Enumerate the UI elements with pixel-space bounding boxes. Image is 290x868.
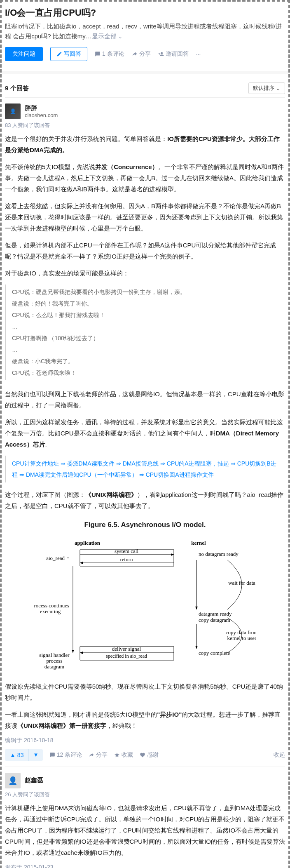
svg-text:datagram ready: datagram ready xyxy=(199,611,232,617)
thanks-link[interactable]: 感谢 xyxy=(140,751,159,759)
likes-count[interactable]: 26 人赞同了该回答 xyxy=(5,791,285,798)
svg-text:copy complete: copy complete xyxy=(199,650,230,656)
svg-text:specified in aio_read: specified in aio_read xyxy=(106,653,147,659)
svg-text:copy datagram: copy datagram xyxy=(199,617,230,623)
author-bio: ciaoshen.com xyxy=(25,112,58,118)
collapse-link[interactable]: 收起 xyxy=(274,751,285,759)
pencil-icon xyxy=(56,51,62,57)
author-name[interactable]: 赵鑫磊 xyxy=(25,776,43,784)
share-link[interactable]: 分享 xyxy=(132,50,151,58)
write-answer-button[interactable]: 写回答 xyxy=(50,47,87,61)
show-all-link[interactable]: 显示全部 xyxy=(92,33,117,40)
avatar[interactable]: 👤 xyxy=(5,773,21,788)
question-title: I/O会一直占用CPU吗? xyxy=(5,7,285,19)
downvote-button[interactable]: ▼ xyxy=(28,749,42,761)
svg-text:aio_read: aio_read xyxy=(46,555,65,561)
dialogue-block: CPU说：硬盘兄帮我把我要看的小电影拷贝一份到主存，谢谢，亲。硬盘说：好的！我考… xyxy=(5,285,285,380)
star-icon xyxy=(114,752,120,758)
invite-link[interactable]: 邀请回答 xyxy=(158,50,189,58)
answers-count: 9 个回答 xyxy=(5,85,29,92)
comment-icon xyxy=(95,51,101,57)
follow-button[interactable]: 关注问题 xyxy=(5,47,43,61)
svg-text:process continuesexecuting: process continuesexecuting xyxy=(34,602,69,614)
svg-text:no datagram ready: no datagram ready xyxy=(199,551,239,557)
likes-count[interactable]: 83 人赞同了该回答 xyxy=(5,122,285,129)
section-divider xyxy=(2,71,288,74)
publish-time: 发布于 2015-01-23 xyxy=(5,864,285,868)
comment-icon xyxy=(49,752,55,758)
share-icon xyxy=(89,752,94,758)
async-io-diagram: Figure 6.5. Asynchronous I/O model. appl… xyxy=(5,519,285,673)
comments-link[interactable]: 1 条评论 xyxy=(95,50,124,58)
svg-text:signal handlerprocessdatagram: signal handlerprocessdatagram xyxy=(39,652,70,670)
svg-text:system call: system call xyxy=(115,548,139,554)
invite-icon xyxy=(158,51,164,57)
edit-time: 编辑于 2016-10-18 xyxy=(5,737,285,744)
heart-icon xyxy=(140,752,145,758)
flow-block: CPU计算文件地址⇒委派DMA读取文件⇒DMA接管总线⇒CPU的A进程阻塞，挂起… xyxy=(5,456,285,482)
svg-text:application: application xyxy=(75,540,101,546)
answer-content: 计算机硬件上使用DMA来访问磁盘等IO，也就是请求发出后，CPU就不再管了，直到… xyxy=(5,802,285,858)
chevron-down-icon: ⌄ xyxy=(276,85,281,92)
svg-text:return: return xyxy=(120,556,133,562)
sort-button[interactable]: 默认排序⌄ xyxy=(248,82,285,94)
comments-link[interactable]: 12 条评论 xyxy=(49,751,82,759)
svg-text:kernel: kernel xyxy=(191,540,206,546)
answer-content: 这是一个很好的关于并发/并行系统的问题。简单回答就是：IO所需要的CPU资源非常… xyxy=(5,133,285,731)
share-link[interactable]: 分享 xyxy=(89,751,108,759)
answer-item: 👤 胖胖 ciaoshen.com 83 人赞同了该回答 这是一个很好的关于并发… xyxy=(5,97,285,767)
chevron-down-icon: ⌄ xyxy=(118,34,122,40)
upvote-button[interactable]: ▲ 83 xyxy=(5,749,28,761)
answer-item: 👤 赵鑫磊 26 人赞同了该回答 计算机硬件上使用DMA来访问磁盘等IO，也就是… xyxy=(5,767,285,868)
question-body: 阻塞io情况下，比如磁盘io，accept，read，recv，write等调用… xyxy=(5,21,285,41)
share-icon xyxy=(132,51,138,57)
author-name[interactable]: 胖胖 xyxy=(25,104,58,112)
avatar[interactable]: 👤 xyxy=(5,104,21,119)
more-link[interactable]: ··· xyxy=(196,51,201,57)
favorite-link[interactable]: 收藏 xyxy=(114,751,133,759)
